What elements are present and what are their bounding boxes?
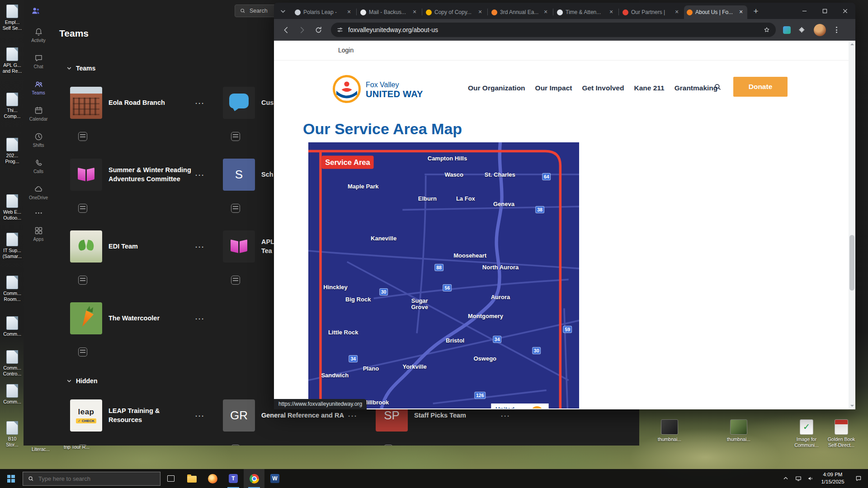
firefox-button[interactable] [202, 469, 223, 488]
tab-close-icon[interactable]: × [608, 9, 615, 16]
rail-item-activity[interactable]: Activity [24, 22, 53, 48]
site-brand-text[interactable]: Fox Valley UNITED WAY [366, 81, 423, 99]
more-options-icon[interactable]: ··· [501, 412, 510, 419]
rail-item-apps[interactable]: Apps [24, 221, 53, 247]
channel-icon[interactable] [384, 445, 393, 446]
chrome-taskbar-button[interactable] [244, 469, 264, 488]
desktop-icon[interactable]: Comm... [0, 384, 24, 405]
taskbar-clock[interactable]: 4:09 PM 1/15/2025 [816, 471, 849, 485]
desktop-icon[interactable]: thumbnai... [718, 419, 759, 442]
address-bar[interactable]: foxvalleyunitedway.org/about-us [331, 23, 776, 37]
rail-item-teams[interactable]: Teams [24, 74, 53, 100]
channel-icon[interactable] [231, 276, 240, 285]
tab-close-icon[interactable]: × [476, 9, 484, 16]
browser-tab[interactable]: Copy of Copy...× [423, 5, 486, 19]
team-card[interactable]: The Watercooler··· [70, 302, 206, 374]
desktop-icon[interactable]: 202... Prog... [0, 138, 24, 164]
word-button[interactable]: W [264, 469, 285, 488]
extensions-puzzle-icon[interactable] [798, 26, 806, 34]
new-tab-button[interactable]: + [750, 5, 762, 17]
rail-item-shifts[interactable]: Shifts [24, 127, 53, 153]
more-options-icon[interactable]: ··· [195, 412, 205, 419]
bookmark-star-icon[interactable] [763, 26, 770, 33]
browser-tab[interactable]: Mail - Backus...× [358, 5, 421, 19]
tab-close-icon[interactable]: × [411, 9, 418, 16]
desktop-icon[interactable]: Thi... Comp... [0, 93, 24, 119]
desktop-icon[interactable]: IT Sup... (Samar... [0, 233, 24, 259]
more-options-icon[interactable]: ··· [195, 171, 205, 178]
extension-icon[interactable] [783, 26, 791, 34]
desktop-icon[interactable]: Web E... Outloo... [0, 194, 24, 221]
rail-item-more[interactable] [24, 205, 53, 221]
rail-item-chat[interactable]: Chat [24, 48, 53, 74]
taskbar-search[interactable] [23, 472, 160, 486]
united-way-logo[interactable] [332, 75, 361, 103]
teams-hidden-section-header[interactable]: Hidden [66, 377, 97, 385]
channel-icon[interactable] [78, 204, 87, 213]
rail-item-calls[interactable]: Calls [24, 153, 53, 179]
desktop-icon[interactable]: B10 Stor... [0, 421, 24, 448]
nav-our-impact[interactable]: Our Impact [535, 84, 572, 92]
browser-tab[interactable]: Our Partners |× [620, 5, 683, 19]
back-button[interactable] [278, 22, 294, 38]
more-options-icon[interactable]: ··· [195, 99, 205, 107]
browser-menu-icon[interactable] [832, 27, 840, 33]
desktop-icon[interactable]: Golden Book Self-Direct... [821, 419, 862, 448]
browser-tab[interactable]: Polaris Leap -× [292, 5, 355, 19]
donate-button[interactable]: Donate [733, 77, 788, 97]
tab-close-icon[interactable]: × [345, 9, 353, 16]
nav-grantmaking[interactable]: Grantmaking [675, 84, 718, 92]
browser-tab[interactable]: Time & Atten...× [554, 5, 618, 19]
tab-close-icon[interactable]: × [542, 9, 549, 16]
team-card[interactable]: Eola Road Branch··· [70, 87, 206, 159]
desktop-icon-label[interactable]: Literac... [32, 446, 50, 452]
reload-button[interactable] [310, 22, 326, 38]
rail-item-onedrive[interactable]: OneDrive [24, 179, 53, 205]
browser-tab[interactable]: 3rd Annual Ea...× [489, 5, 552, 19]
forward-button[interactable] [294, 22, 310, 38]
tab-search-button[interactable] [278, 6, 288, 17]
task-view-button[interactable] [160, 469, 181, 488]
scroll-down-arrow[interactable] [849, 402, 855, 409]
display-icon[interactable] [792, 469, 804, 488]
login-link[interactable]: Login [338, 47, 354, 54]
tab-close-icon[interactable]: × [737, 9, 745, 16]
team-card[interactable]: leap ✓CHECK LEAP Training & Resources··· [70, 399, 206, 446]
scroll-up-arrow[interactable] [849, 41, 855, 48]
desktop-icon[interactable]: Comm... Room... [0, 276, 24, 302]
taskbar-search-input[interactable] [38, 475, 156, 482]
channel-icon[interactable] [231, 445, 240, 446]
nav-our-organization[interactable]: Our Organization [468, 84, 525, 92]
action-center-button[interactable] [849, 469, 868, 488]
teams-taskbar-button[interactable]: T [223, 469, 244, 488]
nav-kane-211[interactable]: Kane 211 [634, 84, 664, 92]
tab-close-icon[interactable]: × [673, 9, 680, 16]
desktop-icon[interactable]: Comm... Contro... [0, 350, 24, 377]
site-search-icon[interactable] [713, 83, 722, 91]
channel-icon[interactable] [78, 132, 87, 141]
tray-expand-chevron[interactable] [779, 469, 792, 488]
browser-tab-active[interactable]: About Us | Fo...× [684, 5, 747, 19]
nav-get-involved[interactable]: Get Involved [582, 84, 624, 92]
more-options-icon[interactable]: ··· [195, 243, 205, 250]
volume-icon[interactable] [804, 469, 816, 488]
desktop-icon[interactable]: Empl... Self Se... [0, 5, 24, 31]
maximize-button[interactable] [815, 3, 835, 19]
start-button[interactable] [0, 469, 22, 488]
desktop-icon[interactable]: thumbnai... [649, 419, 690, 442]
channel-icon[interactable] [78, 276, 87, 285]
minimize-button[interactable] [794, 3, 815, 19]
channel-icon[interactable] [231, 132, 240, 141]
desktop-icon[interactable]: Comm... [0, 316, 24, 337]
close-button[interactable] [835, 3, 855, 19]
more-options-icon[interactable]: ··· [348, 412, 358, 419]
file-explorer-button[interactable] [181, 469, 202, 488]
page-scrollbar[interactable] [849, 41, 855, 409]
rail-item-calendar[interactable]: Calendar [24, 100, 53, 127]
more-options-icon[interactable]: ··· [195, 314, 205, 322]
profile-avatar[interactable] [814, 24, 826, 36]
scrollbar-thumb[interactable] [849, 235, 854, 291]
team-card[interactable]: Summer & Winter Reading Adventures Commi… [70, 159, 206, 230]
channel-icon[interactable] [78, 445, 87, 446]
team-card[interactable]: EDI Team··· [70, 230, 206, 302]
